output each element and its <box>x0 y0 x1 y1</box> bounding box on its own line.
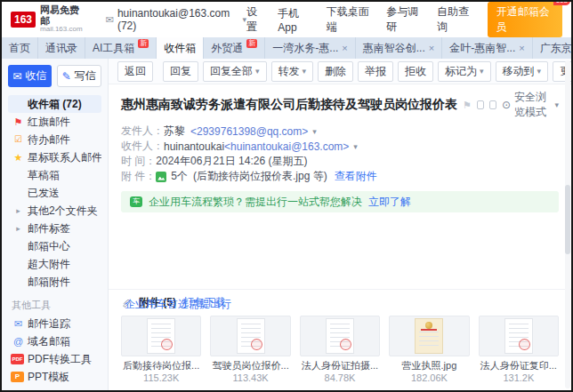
mail-tracking-icon: ✉ <box>12 315 25 332</box>
attachment-card[interactable]: 法人身份证复印... 131.2K <box>479 316 559 383</box>
to-address[interactable]: <huinantoukai@163.com> <box>224 140 349 153</box>
account-menu[interactable]: ✉ huinantoukai@163.com (72) ▾ <box>106 7 246 32</box>
sidebar-item-large-attachments[interactable]: 超大附件 <box>8 255 101 273</box>
license-emblem-icon <box>425 322 432 329</box>
vip-618-badge: 618 <box>553 0 570 5</box>
sidebar-item-other-folders[interactable]: ▸ 其他2个文件夹 <box>8 202 101 220</box>
domain-mail-icon: @ <box>12 332 25 350</box>
netease-logo[interactable]: 163 网易免费邮 mail.163.com <box>11 5 83 33</box>
tab-label: 通讯录 <box>45 41 77 56</box>
tab-mail-4[interactable]: 广东京泰... <box>533 37 571 59</box>
reject-button[interactable]: 拒收 <box>398 61 433 82</box>
mail-body-link[interactable]: 企业用车首选需提出行 <box>125 297 231 312</box>
from-address[interactable]: <2939761398@qq.com> <box>190 125 308 138</box>
compose-mail-button[interactable]: ✎ 写信 <box>57 65 102 87</box>
tab-close-icon[interactable]: × <box>342 43 347 53</box>
time-label: 时 间： <box>121 154 156 169</box>
chevron-down-icon: ▾ <box>537 67 542 76</box>
reply-all-button[interactable]: 回复全部 ▾ <box>203 61 267 82</box>
settings-link[interactable]: 设置 <box>246 4 265 35</box>
to-row: 收件人： huinantoukai <huinantoukai@163.com>… <box>121 139 559 154</box>
163-logo-icon: 163 <box>11 12 36 28</box>
vip-upgrade-label: 开通邮箱会员 <box>496 5 550 33</box>
report-button[interactable]: 举报 <box>358 61 393 82</box>
chevron-down-icon: ▾ <box>554 100 559 109</box>
pdf-icon: PDF <box>11 354 24 364</box>
vip-upgrade-button[interactable]: 开通邮箱会员 618 <box>488 2 562 37</box>
reply-button[interactable]: 回复 <box>163 61 198 82</box>
folder-label: 待办邮件 <box>28 133 70 146</box>
chevron-down-icon[interactable]: ▾ <box>312 127 317 136</box>
attachment-card[interactable]: 驾驶员岗位报价... 113.43K <box>210 316 290 383</box>
promo-text: 企业用车流程繁琐？需提出行一站式帮您解决 <box>149 195 362 210</box>
stamp-mark <box>519 339 530 350</box>
tab-mail-2[interactable]: 惠南智谷创... × <box>356 37 442 59</box>
tab-foreign-trade[interactable]: 外贸通 新 <box>204 37 265 59</box>
sidebar-item-todo[interactable]: ☑ 待办邮件 <box>8 131 101 148</box>
mail-icon: ✉ <box>12 70 21 83</box>
new-badge: 新 <box>138 39 149 48</box>
receive-mail-label: 收信 <box>25 68 46 84</box>
tab-inbox[interactable]: 收件箱 <box>157 37 204 59</box>
open-new-window-icon[interactable] <box>489 100 496 109</box>
tab-close-icon[interactable]: × <box>519 43 524 53</box>
mail-toolbar: 返回 回复 回复全部 ▾ 转发 ▾ 删除 举报 <box>109 59 571 84</box>
promo-banner[interactable]: 车 企业用车流程繁琐？需提出行一站式帮您解决 立即了解 <box>121 191 559 212</box>
reply-label: 回复 <box>170 64 191 79</box>
folder-label: 其他2个文件夹 <box>28 204 98 217</box>
stamp-mark <box>251 339 262 350</box>
sidebar-item-inbox[interactable]: 收件箱 (72) <box>8 95 101 113</box>
promo-learn-more-link[interactable]: 立即了解 <box>368 195 411 210</box>
mail-app-window: 163 网易免费邮 mail.163.com ✉ huinantoukai@16… <box>0 0 573 392</box>
scrollbar-thumb[interactable] <box>565 185 570 254</box>
desktop-download-link[interactable]: 下载桌面端 <box>327 4 374 35</box>
sidebar-item-mail-center[interactable]: 邮箱中心 <box>8 237 101 255</box>
attachment-size: 84.78K <box>300 372 380 383</box>
account-icon: ✉ <box>106 14 114 26</box>
folder-label: 超大附件 <box>28 258 70 270</box>
safe-mode-icon: ⊙ <box>502 99 511 111</box>
attachment-card[interactable]: 法人身份证拍摄... 84.78K <box>300 316 380 383</box>
move-to-button[interactable]: 移动到 ▾ <box>496 61 549 82</box>
sidebar-item-starred-contacts[interactable]: ★ 星标联系人邮件 <box>8 148 101 166</box>
tab-contacts[interactable]: 通讯录 <box>38 37 85 59</box>
from-name[interactable]: 苏黎 <box>164 124 185 139</box>
scrollbar[interactable] <box>565 60 570 388</box>
sidebar-item-mail-tags[interactable]: ▸ 邮件标签 <box>8 220 101 237</box>
receive-mail-button[interactable]: ✉ 收信 <box>8 65 52 87</box>
attachment-card[interactable]: 后勤接待岗位报... 115.23K <box>121 316 201 383</box>
self-service-link[interactable]: 自助查询 <box>437 4 475 35</box>
tab-mail-1[interactable]: 一湾水务-惠... × <box>265 37 355 59</box>
sidebar-item-ppt-templates[interactable]: P PPT模板 <box>8 368 101 386</box>
tab-label: 收件箱 <box>164 41 196 56</box>
attachment-card[interactable]: 营业执照.jpg 182.06K <box>389 316 469 383</box>
back-button[interactable]: 返回 <box>117 61 153 82</box>
tab-mail-3[interactable]: 金叶-惠南智... × <box>442 37 532 59</box>
sidebar-item-drafts[interactable]: 草稿箱 <box>8 166 101 184</box>
sidebar-item-sent[interactable]: 已发送 <box>8 184 101 202</box>
to-name[interactable]: huinantoukai <box>164 140 224 153</box>
attachment-name: 后勤接待岗位报... <box>121 359 201 372</box>
attachment-row: 附 件： 5个 (后勤接待岗位报价表.jpg 等) 查看附件 <box>121 169 559 184</box>
sidebar-item-mail-attachments[interactable]: 邮箱附件 <box>8 273 101 291</box>
topbar: 163 网易免费邮 mail.163.com ✉ huinantoukai@16… <box>2 2 571 37</box>
forward-button[interactable]: 转发 ▾ <box>271 61 314 82</box>
chevron-down-icon[interactable]: ▾ <box>353 142 358 151</box>
tab-home[interactable]: 首页 <box>2 37 38 59</box>
delete-button[interactable]: 删除 <box>318 61 353 82</box>
safe-browse-mode-toggle[interactable]: ⊙ 安全浏览模式 ▾ <box>502 90 559 120</box>
sidebar-item-flagged[interactable]: ⚑ 红旗邮件 <box>8 113 101 131</box>
attachment-size: 115.23K <box>121 372 201 383</box>
sidebar-item-mail-tracking[interactable]: ✉ 邮件追踪 <box>8 315 101 332</box>
print-icon[interactable] <box>477 100 484 109</box>
tab-close-icon[interactable]: × <box>429 43 434 53</box>
tab-label: 金叶-惠南智... <box>449 41 515 56</box>
sidebar-item-pdf-tool[interactable]: PDF PDF转换工具 <box>8 350 101 368</box>
tab-ai-toolbox[interactable]: AI工具箱 新 <box>85 37 157 59</box>
mobile-app-link[interactable]: 手机App <box>278 6 313 34</box>
survey-link[interactable]: 参与调研 <box>386 4 424 35</box>
view-attachments-link[interactable]: 查看附件 <box>335 169 377 184</box>
mark-as-button[interactable]: 标记为 ▾ <box>438 61 491 82</box>
subject-flag-icon[interactable]: ⚑ <box>463 100 472 111</box>
sidebar-item-domain-mail[interactable]: @ 域名邮箱 <box>8 332 101 350</box>
